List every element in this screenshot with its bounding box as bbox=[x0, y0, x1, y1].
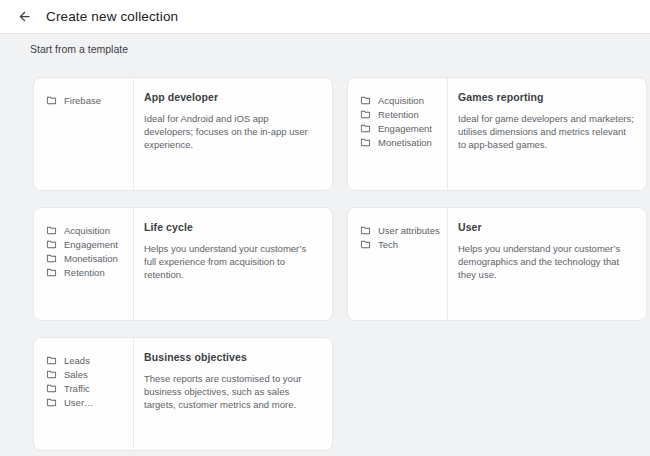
topic-item: Retention bbox=[360, 107, 443, 121]
card-title: Games reporting bbox=[458, 91, 634, 103]
topic-item: Acquisition bbox=[360, 93, 443, 107]
topic-label: User attributes bbox=[378, 225, 440, 236]
topic-label: User… bbox=[64, 397, 94, 408]
folder-icon bbox=[360, 239, 371, 250]
content-area: Start from a template Firebase App devel… bbox=[0, 34, 650, 456]
folder-icon bbox=[46, 369, 57, 380]
folder-icon bbox=[46, 267, 57, 278]
topic-item: Engagement bbox=[46, 237, 129, 251]
folder-icon bbox=[360, 109, 371, 120]
folder-icon bbox=[46, 397, 57, 408]
card-body: Life cycle Helps you understand your cus… bbox=[134, 208, 332, 320]
template-card[interactable]: Firebase App developer Ideal for Android… bbox=[33, 77, 333, 191]
folder-icon bbox=[46, 239, 57, 250]
folder-icon bbox=[360, 137, 371, 148]
template-card[interactable]: AcquisitionEngagementMonetisationRetenti… bbox=[33, 207, 333, 321]
topic-item: Engagement bbox=[360, 121, 443, 135]
topic-list: User attributesTech bbox=[348, 208, 448, 320]
topic-label: Tech bbox=[378, 239, 398, 250]
topic-label: Leads bbox=[64, 355, 90, 366]
section-subtitle: Start from a template bbox=[0, 34, 650, 56]
template-card[interactable]: AcquisitionRetentionEngagementMonetisati… bbox=[347, 77, 647, 191]
topic-item: Sales bbox=[46, 367, 129, 381]
topic-label: Retention bbox=[64, 267, 105, 278]
folder-icon bbox=[46, 355, 57, 366]
card-body: User Helps you understand your customer’… bbox=[448, 208, 646, 320]
topic-list: AcquisitionEngagementMonetisationRetenti… bbox=[34, 208, 134, 320]
topic-item: Firebase bbox=[46, 93, 129, 107]
folder-icon bbox=[46, 383, 57, 394]
folder-icon bbox=[46, 253, 57, 264]
card-description: Ideal for Android and iOS app developers… bbox=[144, 112, 320, 151]
folder-icon bbox=[360, 95, 371, 106]
topic-label: Sales bbox=[64, 369, 88, 380]
topic-item: Tech bbox=[360, 237, 443, 251]
topic-label: Acquisition bbox=[64, 225, 110, 236]
card-title: User bbox=[458, 221, 634, 233]
topic-item: Traffic bbox=[46, 381, 129, 395]
topic-label: Engagement bbox=[378, 123, 432, 134]
card-body: Games reporting Ideal for game developer… bbox=[448, 78, 646, 190]
template-grid: Firebase App developer Ideal for Android… bbox=[33, 77, 650, 451]
topic-item: User… bbox=[46, 395, 129, 409]
topic-item: Acquisition bbox=[46, 223, 129, 237]
card-title: App developer bbox=[144, 91, 320, 103]
folder-icon bbox=[46, 95, 57, 106]
card-description: These reports are customised to your bus… bbox=[144, 372, 320, 411]
folder-icon bbox=[360, 225, 371, 236]
card-title: Life cycle bbox=[144, 221, 320, 233]
topic-list: AcquisitionRetentionEngagementMonetisati… bbox=[348, 78, 448, 190]
arrow-back-icon bbox=[17, 9, 32, 24]
card-body: Business objectives These reports are cu… bbox=[134, 338, 332, 450]
topic-item: Leads bbox=[46, 353, 129, 367]
card-body: App developer Ideal for Android and iOS … bbox=[134, 78, 332, 190]
back-button[interactable] bbox=[11, 4, 37, 30]
topic-list: LeadsSalesTrafficUser… bbox=[34, 338, 134, 450]
card-description: Ideal for game developers and marketers;… bbox=[458, 112, 634, 151]
card-description: Helps you understand your customer’s dem… bbox=[458, 242, 634, 281]
topic-label: Acquisition bbox=[378, 95, 424, 106]
topic-item: Retention bbox=[46, 265, 129, 279]
topic-item: Monetisation bbox=[360, 135, 443, 149]
folder-icon bbox=[360, 123, 371, 134]
topic-list: Firebase bbox=[34, 78, 134, 190]
topic-item: User attributes bbox=[360, 223, 443, 237]
topic-item: Monetisation bbox=[46, 251, 129, 265]
template-card[interactable]: User attributesTech User Helps you under… bbox=[347, 207, 647, 321]
header: Create new collection bbox=[0, 0, 650, 34]
topic-label: Engagement bbox=[64, 239, 118, 250]
folder-icon bbox=[46, 225, 57, 236]
topic-label: Retention bbox=[378, 109, 419, 120]
create-collection-screen: Create new collection Start from a templ… bbox=[0, 0, 650, 456]
card-title: Business objectives bbox=[144, 351, 320, 363]
topic-label: Monetisation bbox=[64, 253, 118, 264]
topic-label: Monetisation bbox=[378, 137, 432, 148]
template-card[interactable]: LeadsSalesTrafficUser… Business objectiv… bbox=[33, 337, 333, 451]
page-title: Create new collection bbox=[46, 9, 178, 24]
topic-label: Firebase bbox=[64, 95, 101, 106]
topic-label: Traffic bbox=[64, 383, 90, 394]
card-description: Helps you understand your customer’s ful… bbox=[144, 242, 320, 281]
